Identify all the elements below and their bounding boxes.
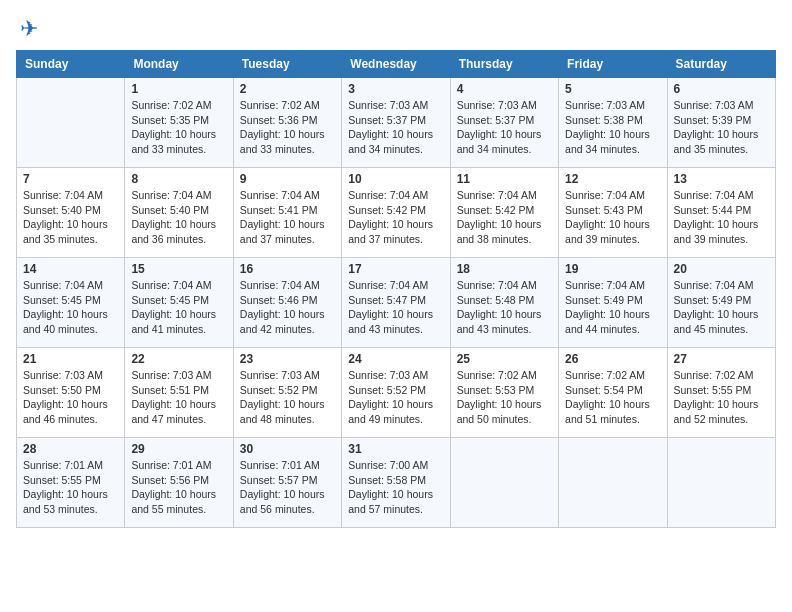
day-info: Sunrise: 7:01 AMSunset: 5:56 PMDaylight:…: [131, 458, 226, 517]
day-number: 9: [240, 172, 335, 186]
day-info: Sunrise: 7:02 AMSunset: 5:35 PMDaylight:…: [131, 98, 226, 157]
day-info: Sunrise: 7:02 AMSunset: 5:36 PMDaylight:…: [240, 98, 335, 157]
calendar-week-row: 28Sunrise: 7:01 AMSunset: 5:55 PMDayligh…: [17, 438, 776, 528]
day-info: Sunrise: 7:04 AMSunset: 5:45 PMDaylight:…: [131, 278, 226, 337]
day-info: Sunrise: 7:01 AMSunset: 5:57 PMDaylight:…: [240, 458, 335, 517]
calendar-cell: 26Sunrise: 7:02 AMSunset: 5:54 PMDayligh…: [559, 348, 667, 438]
day-info: Sunrise: 7:03 AMSunset: 5:39 PMDaylight:…: [674, 98, 769, 157]
calendar-cell: 16Sunrise: 7:04 AMSunset: 5:46 PMDayligh…: [233, 258, 341, 348]
day-number: 17: [348, 262, 443, 276]
day-number: 6: [674, 82, 769, 96]
day-info: Sunrise: 7:04 AMSunset: 5:49 PMDaylight:…: [674, 278, 769, 337]
day-info: Sunrise: 7:04 AMSunset: 5:45 PMDaylight:…: [23, 278, 118, 337]
calendar-cell: 27Sunrise: 7:02 AMSunset: 5:55 PMDayligh…: [667, 348, 775, 438]
calendar-cell: [667, 438, 775, 528]
day-number: 25: [457, 352, 552, 366]
calendar-cell: 2Sunrise: 7:02 AMSunset: 5:36 PMDaylight…: [233, 78, 341, 168]
calendar-cell: 24Sunrise: 7:03 AMSunset: 5:52 PMDayligh…: [342, 348, 450, 438]
calendar-cell: 1Sunrise: 7:02 AMSunset: 5:35 PMDaylight…: [125, 78, 233, 168]
day-number: 12: [565, 172, 660, 186]
day-number: 29: [131, 442, 226, 456]
calendar-header-row: SundayMondayTuesdayWednesdayThursdayFrid…: [17, 51, 776, 78]
day-info: Sunrise: 7:03 AMSunset: 5:52 PMDaylight:…: [240, 368, 335, 427]
calendar-cell: 18Sunrise: 7:04 AMSunset: 5:48 PMDayligh…: [450, 258, 558, 348]
logo: ✈: [16, 16, 38, 42]
day-number: 19: [565, 262, 660, 276]
calendar-day-header: Friday: [559, 51, 667, 78]
day-number: 16: [240, 262, 335, 276]
day-number: 13: [674, 172, 769, 186]
day-info: Sunrise: 7:03 AMSunset: 5:38 PMDaylight:…: [565, 98, 660, 157]
day-info: Sunrise: 7:04 AMSunset: 5:40 PMDaylight:…: [23, 188, 118, 247]
calendar-cell: 30Sunrise: 7:01 AMSunset: 5:57 PMDayligh…: [233, 438, 341, 528]
calendar-cell: [559, 438, 667, 528]
calendar-cell: 17Sunrise: 7:04 AMSunset: 5:47 PMDayligh…: [342, 258, 450, 348]
calendar-cell: 11Sunrise: 7:04 AMSunset: 5:42 PMDayligh…: [450, 168, 558, 258]
day-number: 27: [674, 352, 769, 366]
calendar-cell: 19Sunrise: 7:04 AMSunset: 5:49 PMDayligh…: [559, 258, 667, 348]
day-number: 4: [457, 82, 552, 96]
day-number: 31: [348, 442, 443, 456]
day-info: Sunrise: 7:04 AMSunset: 5:46 PMDaylight:…: [240, 278, 335, 337]
day-number: 18: [457, 262, 552, 276]
calendar-cell: 21Sunrise: 7:03 AMSunset: 5:50 PMDayligh…: [17, 348, 125, 438]
calendar-cell: [450, 438, 558, 528]
calendar-cell: 5Sunrise: 7:03 AMSunset: 5:38 PMDaylight…: [559, 78, 667, 168]
day-info: Sunrise: 7:04 AMSunset: 5:42 PMDaylight:…: [457, 188, 552, 247]
calendar-cell: 12Sunrise: 7:04 AMSunset: 5:43 PMDayligh…: [559, 168, 667, 258]
calendar-day-header: Wednesday: [342, 51, 450, 78]
day-number: 14: [23, 262, 118, 276]
day-number: 1: [131, 82, 226, 96]
day-number: 8: [131, 172, 226, 186]
day-number: 30: [240, 442, 335, 456]
calendar-cell: 9Sunrise: 7:04 AMSunset: 5:41 PMDaylight…: [233, 168, 341, 258]
calendar-week-row: 21Sunrise: 7:03 AMSunset: 5:50 PMDayligh…: [17, 348, 776, 438]
day-info: Sunrise: 7:04 AMSunset: 5:43 PMDaylight:…: [565, 188, 660, 247]
day-number: 23: [240, 352, 335, 366]
day-info: Sunrise: 7:00 AMSunset: 5:58 PMDaylight:…: [348, 458, 443, 517]
day-number: 15: [131, 262, 226, 276]
calendar-table: SundayMondayTuesdayWednesdayThursdayFrid…: [16, 50, 776, 528]
calendar-cell: 29Sunrise: 7:01 AMSunset: 5:56 PMDayligh…: [125, 438, 233, 528]
day-number: 7: [23, 172, 118, 186]
day-info: Sunrise: 7:03 AMSunset: 5:37 PMDaylight:…: [457, 98, 552, 157]
page-header: ✈: [16, 16, 776, 42]
calendar-cell: [17, 78, 125, 168]
calendar-cell: 10Sunrise: 7:04 AMSunset: 5:42 PMDayligh…: [342, 168, 450, 258]
day-info: Sunrise: 7:02 AMSunset: 5:53 PMDaylight:…: [457, 368, 552, 427]
calendar-cell: 15Sunrise: 7:04 AMSunset: 5:45 PMDayligh…: [125, 258, 233, 348]
day-info: Sunrise: 7:04 AMSunset: 5:44 PMDaylight:…: [674, 188, 769, 247]
day-info: Sunrise: 7:03 AMSunset: 5:50 PMDaylight:…: [23, 368, 118, 427]
day-info: Sunrise: 7:03 AMSunset: 5:52 PMDaylight:…: [348, 368, 443, 427]
calendar-cell: 4Sunrise: 7:03 AMSunset: 5:37 PMDaylight…: [450, 78, 558, 168]
day-info: Sunrise: 7:04 AMSunset: 5:47 PMDaylight:…: [348, 278, 443, 337]
day-info: Sunrise: 7:03 AMSunset: 5:51 PMDaylight:…: [131, 368, 226, 427]
day-info: Sunrise: 7:02 AMSunset: 5:54 PMDaylight:…: [565, 368, 660, 427]
day-info: Sunrise: 7:03 AMSunset: 5:37 PMDaylight:…: [348, 98, 443, 157]
calendar-day-header: Sunday: [17, 51, 125, 78]
day-info: Sunrise: 7:01 AMSunset: 5:55 PMDaylight:…: [23, 458, 118, 517]
day-number: 20: [674, 262, 769, 276]
calendar-cell: 13Sunrise: 7:04 AMSunset: 5:44 PMDayligh…: [667, 168, 775, 258]
calendar-day-header: Monday: [125, 51, 233, 78]
logo-bird-icon: ✈: [20, 16, 38, 42]
calendar-cell: 22Sunrise: 7:03 AMSunset: 5:51 PMDayligh…: [125, 348, 233, 438]
calendar-cell: 8Sunrise: 7:04 AMSunset: 5:40 PMDaylight…: [125, 168, 233, 258]
day-number: 24: [348, 352, 443, 366]
day-number: 28: [23, 442, 118, 456]
day-number: 2: [240, 82, 335, 96]
calendar-cell: 3Sunrise: 7:03 AMSunset: 5:37 PMDaylight…: [342, 78, 450, 168]
calendar-cell: 14Sunrise: 7:04 AMSunset: 5:45 PMDayligh…: [17, 258, 125, 348]
day-info: Sunrise: 7:04 AMSunset: 5:48 PMDaylight:…: [457, 278, 552, 337]
calendar-week-row: 7Sunrise: 7:04 AMSunset: 5:40 PMDaylight…: [17, 168, 776, 258]
calendar-cell: 31Sunrise: 7:00 AMSunset: 5:58 PMDayligh…: [342, 438, 450, 528]
calendar-cell: 28Sunrise: 7:01 AMSunset: 5:55 PMDayligh…: [17, 438, 125, 528]
day-number: 21: [23, 352, 118, 366]
calendar-day-header: Thursday: [450, 51, 558, 78]
calendar-week-row: 1Sunrise: 7:02 AMSunset: 5:35 PMDaylight…: [17, 78, 776, 168]
calendar-cell: 6Sunrise: 7:03 AMSunset: 5:39 PMDaylight…: [667, 78, 775, 168]
calendar-cell: 25Sunrise: 7:02 AMSunset: 5:53 PMDayligh…: [450, 348, 558, 438]
calendar-cell: 7Sunrise: 7:04 AMSunset: 5:40 PMDaylight…: [17, 168, 125, 258]
day-info: Sunrise: 7:04 AMSunset: 5:41 PMDaylight:…: [240, 188, 335, 247]
day-number: 26: [565, 352, 660, 366]
